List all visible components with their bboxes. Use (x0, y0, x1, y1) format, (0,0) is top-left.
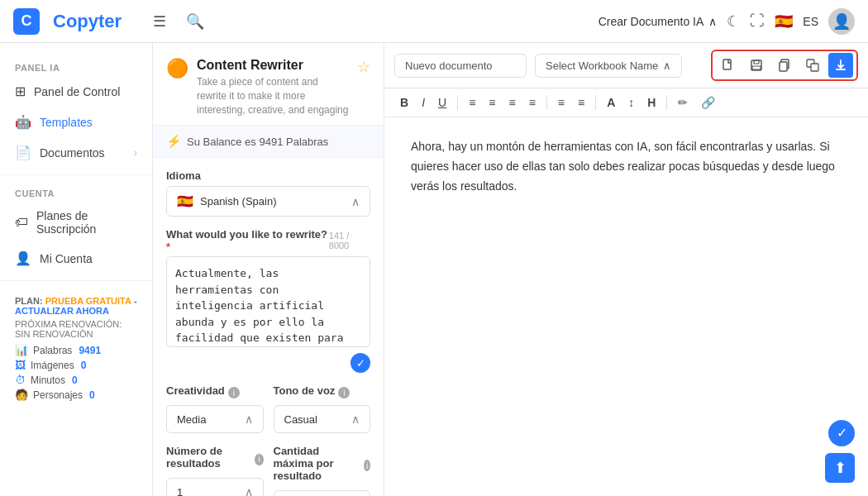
idioma-label: Idioma (166, 169, 370, 182)
creatividad-info-icon[interactable]: i (228, 387, 240, 398)
justify-button[interactable]: ≡ (525, 93, 540, 112)
palabras-value: 9491 (79, 345, 101, 356)
moon-icon[interactable]: ☾ (727, 12, 740, 31)
tono-select[interactable]: Casual ∧ (274, 405, 371, 433)
chevron-up-icon: ∧ (245, 485, 253, 496)
idioma-field: Idioma 🇪🇸 Spanish (Spain) ∧ (166, 169, 370, 217)
sidebar: PANEL IA ⊞ Panel de Control 🤖 Templates … (0, 43, 153, 496)
editor-content[interactable]: Ahora, hay un montón de herramientas con… (384, 117, 868, 496)
scroll-top-button[interactable]: ⬆ (825, 453, 855, 483)
credits-minutos: ⏱ Minutos 0 (15, 374, 137, 386)
tool-icon: 🟠 (166, 58, 188, 79)
panel-section-label: PANEL IA (0, 56, 152, 76)
sidebar-item-panel[interactable]: ⊞ Panel de Control (0, 76, 152, 107)
line-height-button[interactable]: ↕ (624, 93, 638, 112)
svg-rect-0 (723, 60, 731, 69)
font-color-button[interactable]: A (603, 93, 619, 112)
duplicate-button[interactable] (800, 53, 825, 78)
underline-button[interactable]: U (434, 93, 451, 112)
sidebar-item-templates[interactable]: 🤖 Templates (0, 107, 152, 137)
rewrite-field: What would you like to rewrite? * 141 / … (166, 228, 370, 373)
main-layout: PANEL IA ⊞ Panel de Control 🤖 Templates … (0, 43, 868, 496)
check-button[interactable]: ✓ (351, 353, 370, 373)
grid-icon: ⊞ (15, 83, 26, 99)
workbook-select[interactable]: Select Workbook Name ∧ (535, 54, 682, 78)
idioma-text: Spanish (Spain) (200, 195, 351, 207)
sidebar-item-label: Mi Cuenta (40, 252, 93, 265)
crear-documento-button[interactable]: Crear Documento IA ∧ (599, 15, 718, 28)
num-resultados-info-icon[interactable]: i (255, 454, 264, 465)
sep1 (457, 95, 458, 110)
chevron-down-icon: ∧ (351, 195, 360, 208)
chevron-down-icon: ∧ (245, 413, 253, 426)
download-button[interactable] (828, 53, 853, 78)
cant-max-input[interactable]: 1 (274, 490, 371, 496)
plan-update-link[interactable]: ACTUALIZAR AHORA (15, 306, 109, 316)
required-marker: * (166, 241, 170, 253)
divider (0, 174, 152, 175)
tono-info-icon[interactable]: i (338, 387, 350, 398)
unordered-list-button[interactable]: ≡ (574, 93, 589, 112)
chevron-right-icon: › (134, 147, 137, 159)
balance-text: Su Balance es 9491 Palabras (187, 136, 328, 148)
idioma-select[interactable]: 🇪🇸 Spanish (Spain) ∧ (166, 186, 370, 217)
new-doc-button[interactable] (716, 53, 741, 78)
sidebar-item-documentos[interactable]: 📄 Documentos › (0, 137, 152, 168)
bold-button[interactable]: B (396, 93, 413, 112)
palabras-icon: 📊 (15, 344, 28, 356)
align-right-button[interactable]: ≡ (504, 93, 519, 112)
pencil-button[interactable]: ✏ (674, 93, 692, 112)
svg-rect-2 (754, 60, 759, 64)
lightning-icon: ⚡ (166, 134, 182, 149)
cant-max-field: Cantidad máxima por resultado i 1 (274, 445, 371, 496)
editor-panel: Select Workbook Name ∧ (384, 43, 868, 496)
svg-rect-5 (780, 62, 787, 71)
svg-rect-1 (751, 60, 761, 70)
rewrite-textarea[interactable]: Actualmente, las herramientas con inteli… (166, 256, 370, 347)
editor-paragraph: Ahora, hay un montón de herramientas con… (411, 137, 842, 196)
minutos-icon: ⏱ (15, 374, 26, 386)
sidebar-item-label: Documentos (40, 146, 105, 160)
save-button[interactable] (744, 53, 769, 78)
num-resultados-select[interactable]: 1 ∧ (166, 478, 264, 496)
language-label: ES (803, 15, 818, 28)
align-center-button[interactable]: ≡ (484, 93, 499, 112)
logo-text: Copyter (53, 11, 122, 32)
minutos-label: Minutos (31, 374, 65, 386)
italic-button[interactable]: I (417, 93, 429, 112)
cant-max-label: Cantidad máxima por resultado (274, 445, 361, 482)
sep3 (595, 95, 596, 110)
menu-button[interactable]: ☰ (148, 9, 171, 34)
link-button[interactable]: 🔗 (697, 93, 719, 112)
cant-max-info-icon[interactable]: i (364, 460, 370, 471)
doc-icon: 📄 (15, 145, 31, 160)
avatar[interactable]: 👤 (828, 8, 855, 35)
credits-imagenes: 🖼 Imágenes 0 (15, 359, 137, 371)
sidebar-item-planes[interactable]: 🏷 Planes de Suscripción (0, 202, 152, 243)
copy-button[interactable] (772, 53, 797, 78)
creatividad-label-row: Creatividad i (166, 384, 264, 401)
heading-button[interactable]: H (643, 93, 660, 112)
tono-field: Tono de voz i Casual ∧ (274, 384, 371, 433)
minutos-value: 0 (72, 374, 78, 386)
creatividad-select[interactable]: Media ∧ (166, 405, 264, 433)
star-icon[interactable]: ☆ (357, 58, 370, 76)
align-left-button[interactable]: ≡ (465, 93, 479, 112)
ordered-list-button[interactable]: ≡ (554, 93, 569, 112)
workbook-label: Select Workbook Name (546, 60, 658, 72)
plan-label: PLAN: (15, 296, 43, 306)
personajes-value: 0 (89, 389, 95, 401)
sidebar-item-label: Templates (40, 116, 93, 129)
expand-icon[interactable]: ⛶ (750, 12, 765, 30)
tono-label-row: Tono de voz i (274, 384, 371, 401)
sidebar-item-cuenta[interactable]: 👤 Mi Cuenta (0, 243, 152, 274)
credits-personajes: 🧑 Personajes 0 (15, 389, 137, 401)
svg-rect-7 (811, 64, 818, 71)
editor-bottom-right: ✓ ⬆ (825, 420, 855, 483)
search-button[interactable]: 🔍 (181, 9, 209, 34)
check-circle-button[interactable]: ✓ (828, 420, 855, 446)
divider2 (0, 280, 152, 281)
creatividad-value: Media (177, 413, 245, 426)
idioma-flag: 🇪🇸 (177, 193, 193, 209)
doc-name-input[interactable] (394, 54, 527, 78)
